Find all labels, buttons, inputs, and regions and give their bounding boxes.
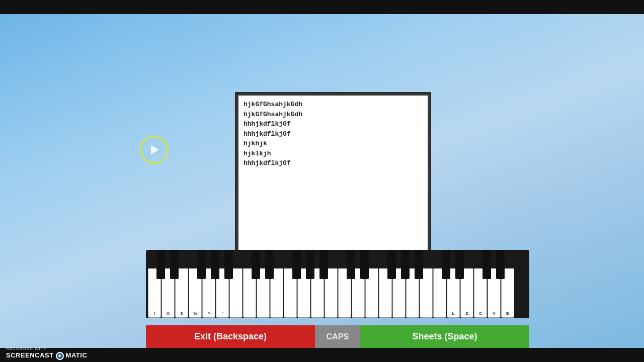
black-key-17[interactable] [482, 250, 491, 279]
black-key-7[interactable] [292, 250, 301, 279]
black-key-15[interactable] [442, 250, 450, 279]
black-key-10[interactable] [347, 250, 355, 279]
watermark-brand: SCREENCAST MATIC [6, 351, 87, 360]
black-key-4[interactable] [224, 250, 233, 279]
black-key-12[interactable] [387, 250, 396, 279]
black-key-2[interactable] [197, 250, 206, 279]
watermark-dot-icon [58, 354, 61, 357]
watermark-screencast-text: SCREENCAST [6, 351, 54, 360]
black-key-6[interactable] [265, 250, 274, 279]
watermark-matic-text: MATIC [66, 351, 88, 360]
black-key-13[interactable] [401, 250, 410, 279]
black-key-3[interactable] [211, 250, 219, 279]
caps-button[interactable]: CAPS [315, 325, 360, 348]
watermark-circle-icon [56, 352, 64, 360]
cursor-arrow-icon [151, 145, 159, 154]
watermark: RECORDED WITH SCREENCAST MATIC [6, 346, 87, 360]
black-key-1[interactable] [170, 250, 179, 279]
black-key-0[interactable] [156, 250, 165, 279]
watermark-recorded-text: RECORDED WITH [6, 346, 87, 351]
black-key-5[interactable] [252, 250, 260, 279]
sheets-button[interactable]: Sheets (Space) [360, 325, 529, 348]
top-bar [0, 0, 644, 14]
exit-button[interactable]: Exit (Backspace) [146, 325, 315, 348]
black-key-16[interactable] [455, 250, 464, 279]
black-key-8[interactable] [306, 250, 314, 279]
cursor-indicator [140, 136, 168, 164]
bottom-buttons-container: Exit (Backspace) CAPS Sheets (Space) [146, 325, 529, 348]
black-key-14[interactable] [415, 250, 423, 279]
black-key-9[interactable] [319, 250, 328, 279]
black-key-11[interactable] [360, 250, 369, 279]
bottom-bar [0, 348, 644, 362]
piano-keyboard-area: .pw { position: absolute; bottom: 0; bac… [146, 250, 529, 318]
black-key-18[interactable] [496, 250, 505, 279]
